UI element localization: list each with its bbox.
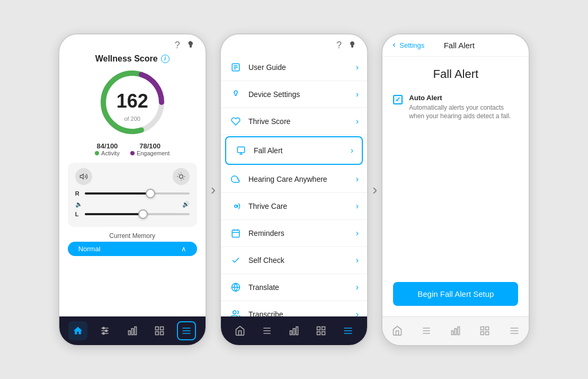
- svg-rect-66: [486, 332, 489, 335]
- arrow2: ›: [372, 181, 377, 198]
- engagement-dot: [130, 151, 135, 155]
- svg-rect-50: [317, 327, 320, 330]
- s2-nav-menu[interactable]: [338, 321, 358, 340]
- screen3-header-title: Fall Alert: [424, 41, 494, 50]
- svg-point-15: [105, 330, 107, 331]
- fall-alert-label: Fall Alert: [254, 146, 351, 155]
- menu-item-self-check[interactable]: Self Check ›: [221, 247, 367, 274]
- menu-item-transcribe[interactable]: Transcribe ›: [221, 301, 367, 316]
- s2-nav-sliders[interactable]: [257, 321, 277, 340]
- s3-nav-home[interactable]: [388, 321, 407, 340]
- svg-line-8: [183, 179, 184, 179]
- thrive-score-label: Thrive Score: [248, 117, 356, 126]
- s2-nav-home[interactable]: [230, 321, 250, 340]
- right-slider-track[interactable]: [85, 192, 190, 195]
- s2-nav-stats[interactable]: [284, 321, 304, 340]
- translate-icon: [229, 281, 242, 294]
- self-check-icon: [229, 254, 242, 267]
- menu-item-device-settings[interactable]: Device Settings ›: [221, 81, 367, 108]
- nav-home[interactable]: [68, 321, 87, 340]
- help-icon[interactable]: ?: [175, 40, 180, 51]
- activity-stat: 84/100 Activity: [95, 142, 120, 156]
- info-icon[interactable]: i: [161, 55, 170, 63]
- menu-item-user-guide[interactable]: User Guide ›: [221, 54, 367, 81]
- screen1-body: Wellness Score i 162 of 200 84/100: [59, 54, 206, 316]
- help-icon-2[interactable]: ?: [336, 40, 342, 51]
- screen1-bottom-nav: [59, 316, 206, 345]
- reminders-label: Reminders: [248, 229, 356, 237]
- s3-nav-menu[interactable]: [505, 321, 524, 340]
- auto-alert-checkbox[interactable]: ✓: [393, 95, 403, 104]
- self-check-label: Self Check: [248, 256, 356, 265]
- volume-row: 🔈 🔊: [75, 201, 190, 208]
- transcribe-icon: [229, 308, 242, 316]
- score-of: of 200: [124, 116, 140, 122]
- svg-rect-61: [455, 329, 457, 335]
- s2-nav-grid[interactable]: [311, 321, 331, 340]
- memory-button[interactable]: Normal ∧: [68, 242, 197, 256]
- score-circle: 162 of 200: [98, 68, 167, 137]
- s3-nav-stats[interactable]: [446, 321, 465, 340]
- svg-rect-65: [481, 332, 484, 335]
- user-guide-label: User Guide: [248, 63, 356, 72]
- begin-fall-alert-button[interactable]: Begin Fall Alert Setup: [393, 282, 518, 306]
- chevron-up-icon: ∧: [181, 245, 186, 253]
- svg-rect-35: [232, 230, 239, 237]
- user-guide-chevron: ›: [356, 63, 359, 72]
- svg-rect-22: [155, 331, 158, 334]
- score-number: 162: [117, 90, 148, 112]
- fall-alert-page-title: Fall Alert: [393, 67, 518, 81]
- auto-alert-text: Auto Alert Automatically alerts your con…: [409, 94, 518, 121]
- svg-rect-20: [155, 327, 158, 330]
- screen1-top-bar: ?: [59, 34, 206, 54]
- controls-card: R 🔈 🔊 L: [68, 163, 197, 227]
- svg-rect-48: [293, 328, 295, 334]
- checkmark-icon: ✓: [395, 96, 400, 103]
- menu-item-hearing-care[interactable]: Hearing Care Anywhere ›: [221, 166, 367, 193]
- arrow1: ›: [211, 181, 216, 198]
- svg-point-34: [235, 205, 237, 207]
- fall-alert-chevron: ›: [351, 146, 353, 155]
- right-slider-row: R: [75, 190, 190, 197]
- menu-item-thrive-care[interactable]: Thrive Care ›: [221, 193, 367, 220]
- svg-point-16: [103, 332, 104, 334]
- translate-chevron: ›: [356, 283, 359, 292]
- svg-rect-47: [290, 331, 291, 335]
- left-slider-track[interactable]: [85, 213, 190, 215]
- self-check-chevron: ›: [356, 255, 359, 265]
- menu-item-translate[interactable]: Translate ›: [221, 274, 367, 301]
- s3-nav-sliders[interactable]: [417, 321, 436, 340]
- svg-rect-63: [481, 327, 484, 330]
- nav-stats[interactable]: [123, 321, 142, 340]
- back-button[interactable]: Settings: [391, 41, 424, 49]
- menu-item-thrive-score[interactable]: Thrive Score ›: [221, 108, 367, 135]
- left-channel-label: L: [75, 211, 82, 217]
- score-stats: 84/100 Activity 78/100 Engagement: [68, 142, 197, 156]
- menu-item-fall-alert[interactable]: Fall Alert ›: [225, 136, 363, 165]
- activity-dot: [95, 151, 99, 155]
- brightness-control-btn[interactable]: [173, 168, 190, 185]
- hearing-care-label: Hearing Care Anywhere: [248, 175, 356, 183]
- left-slider-row: L: [75, 211, 190, 217]
- nav-menu[interactable]: [177, 321, 196, 340]
- svg-marker-3: [80, 174, 83, 179]
- svg-point-41: [233, 311, 236, 314]
- svg-rect-51: [322, 327, 325, 330]
- svg-rect-18: [131, 328, 133, 334]
- svg-rect-49: [296, 327, 298, 334]
- menu-item-reminders[interactable]: Reminders ›: [221, 220, 367, 247]
- reminders-icon: [229, 227, 242, 240]
- nav-grid[interactable]: [150, 321, 169, 340]
- nav-sliders[interactable]: [95, 321, 114, 340]
- vol-low-icon: 🔈: [75, 201, 83, 208]
- screen2-bottom-nav: [221, 316, 367, 345]
- screen3-header: Settings Fall Alert: [382, 34, 529, 57]
- auto-alert-title: Auto Alert: [409, 94, 518, 102]
- volume-control-btn[interactable]: [75, 168, 92, 185]
- svg-rect-19: [135, 327, 136, 334]
- s3-nav-grid[interactable]: [475, 321, 494, 340]
- screen3-bottom-nav: [382, 316, 529, 345]
- svg-rect-53: [322, 331, 325, 334]
- thrive-care-icon: [229, 200, 242, 213]
- svg-rect-31: [237, 147, 245, 153]
